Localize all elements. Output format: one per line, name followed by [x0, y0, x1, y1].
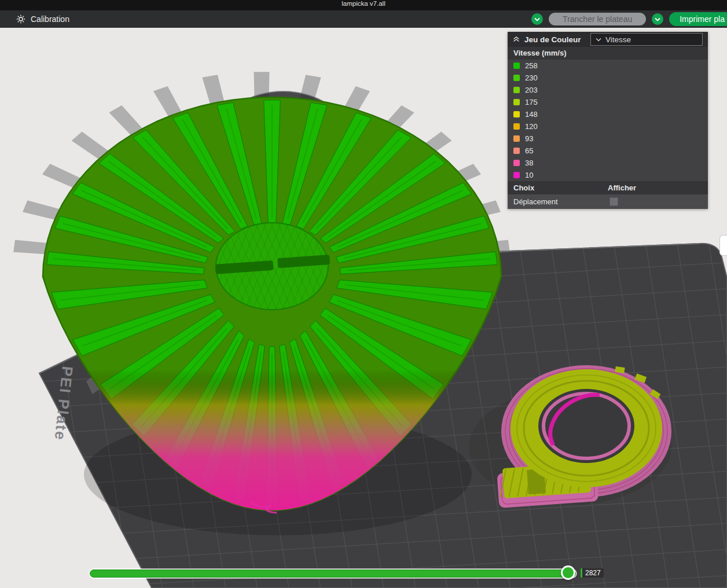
layer-slider-handle[interactable] [561, 565, 575, 580]
color-scheme-value: Vitesse [605, 35, 631, 44]
speed-color-chip [513, 87, 520, 93]
slicer-window: lampicka v7.all Calibration Tranche [0, 0, 727, 588]
speed-value-label: 65 [525, 146, 533, 155]
travel-option-row: Déplacement [508, 194, 708, 209]
legend-header: Jeu de Couleur Vitesse [508, 32, 708, 47]
chevron-down-icon [534, 17, 540, 21]
legend-rows: 25823020317514812093653810 [508, 60, 708, 181]
legend-row: 65 [508, 145, 708, 157]
legend-row: 230 [508, 72, 708, 84]
speed-value-label: 258 [525, 61, 538, 70]
gear-icon[interactable] [16, 14, 25, 24]
speed-value-label: 230 [525, 74, 538, 82]
legend-row: 120 [508, 120, 708, 133]
legend-panel: Jeu de Couleur Vitesse Vitesse (mm/s) 25… [508, 32, 708, 209]
legend-columns-header: Choix Afficher [508, 181, 708, 194]
collapse-up-icon[interactable] [513, 36, 520, 42]
speed-value-label: 10 [525, 171, 533, 179]
speed-value-label: 175 [525, 98, 538, 106]
speed-color-chip [513, 123, 520, 130]
deplacement-checkbox[interactable] [609, 197, 618, 206]
window-titlebar: lampicka v7.all [0, 0, 727, 10]
speed-value-label: 38 [525, 159, 533, 167]
legend-row: 203 [508, 84, 708, 96]
speed-value-label: 93 [525, 134, 533, 143]
speed-value-label: 148 [525, 110, 538, 119]
speed-color-chip [513, 135, 520, 142]
speed-color-chip [513, 75, 520, 81]
speed-color-chip [513, 160, 520, 166]
chevron-down-icon [655, 17, 660, 21]
speed-color-chip [513, 63, 520, 69]
slice-options-dropdown-button[interactable] [531, 13, 543, 25]
speed-value-label: 120 [525, 122, 538, 131]
slice-plate-button[interactable]: Trancher le plateau [549, 13, 646, 25]
legend-section-title: Vitesse (mm/s) [508, 47, 708, 60]
choix-column-label: Choix [513, 183, 608, 192]
color-scheme-select[interactable]: Vitesse [590, 33, 703, 46]
legend-title: Jeu de Couleur [524, 35, 581, 44]
speed-color-chip [513, 111, 520, 117]
print-plate-button[interactable]: Imprimer pla [669, 12, 727, 26]
print-options-dropdown-button[interactable] [652, 13, 663, 25]
layer-slider-value: 2827 [581, 568, 604, 578]
speed-color-chip [513, 148, 520, 154]
chevron-down-icon [596, 38, 601, 42]
toolbar: Calibration Trancher le plateau Imprimer… [0, 10, 727, 28]
legend-row: 258 [508, 60, 708, 72]
speed-color-chip [513, 172, 520, 178]
afficher-column-label: Afficher [608, 183, 636, 192]
window-title: lampicka v7.all [342, 0, 385, 8]
layer-slider-track[interactable] [90, 569, 576, 578]
sliced-model-main [43, 97, 501, 535]
legend-row: 93 [508, 133, 708, 145]
travel-option-label: Déplacement [513, 197, 609, 206]
legend-row: 10 [508, 169, 708, 181]
legend-row: 148 [508, 108, 708, 120]
panel-collapse-tab[interactable] [719, 235, 727, 256]
speed-value-label: 203 [525, 86, 538, 94]
legend-row: 175 [508, 96, 708, 108]
calibration-menu-item[interactable]: Calibration [31, 14, 69, 24]
legend-row: 38 [508, 157, 708, 169]
speed-color-chip [513, 99, 520, 105]
